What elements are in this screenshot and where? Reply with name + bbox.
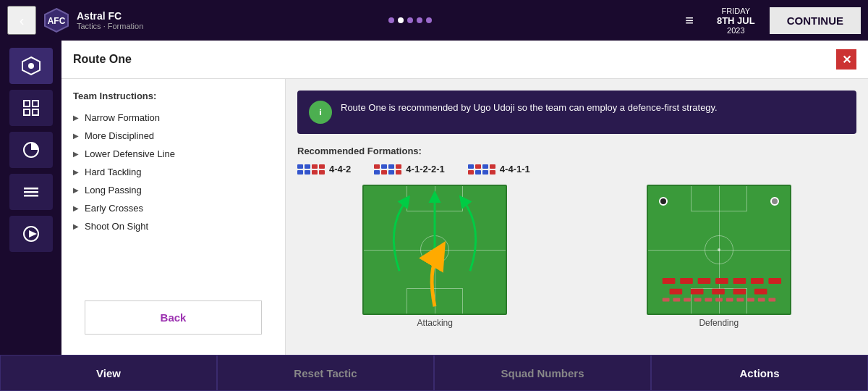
defending-pitch [647, 185, 791, 315]
svg-rect-36 [694, 298, 702, 301]
svg-rect-27 [768, 278, 781, 284]
date-main: 8TH JUL [717, 15, 755, 26]
modal-header: Route One ✕ [61, 41, 868, 79]
svg-rect-33 [663, 298, 670, 301]
date-day: FRIDAY [717, 7, 755, 15]
right-panel: Route One is recommended by Ugo Udoji so… [286, 79, 868, 355]
svg-rect-22 [680, 278, 693, 284]
route-one-modal: Route One ✕ Team Instructions: Narrow Fo… [61, 41, 868, 355]
svg-rect-23 [697, 278, 710, 284]
sidebar-icon-5[interactable] [9, 216, 53, 252]
bottom-bar: View Reset Tactic Squad Numbers Actions [0, 355, 868, 391]
svg-rect-38 [715, 298, 723, 301]
svg-rect-30 [712, 289, 725, 295]
formations-label: Recommended Formations: [297, 146, 856, 156]
svg-point-3 [28, 63, 34, 69]
svg-rect-39 [726, 298, 733, 301]
svg-point-16 [320, 109, 321, 111]
sidebar-icon-3[interactable] [9, 132, 53, 168]
sidebar-icon-2[interactable] [9, 90, 53, 126]
instruction-disciplined[interactable]: More Disciplined [73, 127, 273, 145]
svg-rect-37 [705, 298, 712, 301]
info-text: Route One is recommended by Ugo Udoji so… [341, 101, 718, 115]
club-info: Astral FC Tactics · Formation [77, 10, 143, 30]
svg-rect-28 [669, 289, 682, 295]
svg-rect-31 [733, 289, 746, 295]
back-icon: ‹ [20, 12, 25, 29]
modal-body: Team Instructions: Narrow Formation More… [61, 79, 868, 355]
instruction-crosses[interactable]: Early Crosses [73, 199, 273, 217]
club-logo: AFC [42, 6, 71, 35]
instruction-defensive[interactable]: Lower Defensive Line [73, 145, 273, 163]
pitches-row: Attacking [297, 185, 856, 328]
attacking-label: Attacking [417, 318, 453, 328]
svg-rect-34 [673, 298, 680, 301]
svg-rect-10 [24, 191, 38, 193]
instruction-tackling[interactable]: Hard Tackling [73, 163, 273, 181]
svg-rect-24 [715, 278, 728, 284]
top-bar: ‹ AFC Astral FC Tactics · Formation ≡ FR… [0, 0, 868, 41]
svg-rect-25 [733, 278, 746, 284]
svg-rect-32 [754, 289, 767, 295]
svg-rect-29 [691, 289, 704, 295]
continue-button[interactable]: CONTINUE [770, 7, 861, 34]
formation-41221[interactable]: 4-1-2-2-1 [374, 164, 444, 175]
instructions-label: Team Instructions: [73, 91, 273, 101]
svg-rect-40 [736, 298, 744, 301]
left-panel: Team Instructions: Narrow Formation More… [61, 79, 286, 355]
defending-pitch-container: Defending [582, 185, 857, 328]
attacking-pitch [362, 185, 507, 315]
instruction-passing[interactable]: Long Passing [73, 181, 273, 199]
svg-rect-26 [751, 278, 764, 284]
top-center [143, 17, 676, 23]
svg-rect-11 [24, 195, 38, 197]
instruction-narrow[interactable]: Narrow Formation [73, 109, 273, 127]
info-box: Route One is recommended by Ugo Udoji so… [297, 91, 856, 134]
formation-442[interactable]: 4-4-2 [297, 164, 351, 175]
info-icon [309, 101, 332, 124]
svg-rect-43 [768, 298, 775, 301]
sidebar [0, 41, 61, 355]
attacking-pitch-container: Attacking [297, 185, 573, 328]
actions-button[interactable]: Actions [651, 355, 868, 391]
svg-rect-15 [320, 111, 321, 115]
back-nav-button[interactable]: ‹ [7, 6, 36, 35]
svg-rect-5 [33, 101, 38, 106]
date-display: FRIDAY 8TH JUL 2023 [717, 7, 755, 35]
formation-4411[interactable]: 4-4-1-1 [468, 164, 530, 175]
club-name: Astral FC [77, 10, 143, 22]
back-button[interactable]: Back [85, 300, 262, 335]
sidebar-icon-1[interactable] [9, 48, 53, 84]
svg-rect-42 [758, 298, 765, 301]
view-button[interactable]: View [0, 355, 217, 391]
squad-numbers-button[interactable]: Squad Numbers [434, 355, 651, 391]
reset-tactic-button[interactable]: Reset Tactic [217, 355, 434, 391]
svg-rect-6 [24, 109, 30, 115]
svg-rect-41 [747, 298, 754, 301]
svg-text:AFC: AFC [48, 16, 66, 26]
svg-rect-21 [663, 278, 676, 284]
defending-label: Defending [699, 318, 739, 328]
instruction-shoot[interactable]: Shoot On Sight [73, 217, 273, 235]
formations-row: 4-4-2 4-1-2-2-1 [297, 164, 856, 175]
svg-rect-7 [33, 109, 38, 115]
svg-rect-35 [684, 298, 691, 301]
date-year: 2023 [717, 26, 755, 35]
modal-close-button[interactable]: ✕ [836, 49, 856, 70]
svg-rect-4 [24, 101, 30, 106]
svg-marker-13 [29, 230, 37, 237]
hamburger-button[interactable]: ≡ [676, 8, 702, 33]
sidebar-icon-4[interactable] [9, 174, 53, 210]
modal-title: Route One [73, 53, 132, 66]
svg-rect-9 [24, 188, 38, 190]
club-subtitle: Tactics · Formation [77, 22, 143, 30]
